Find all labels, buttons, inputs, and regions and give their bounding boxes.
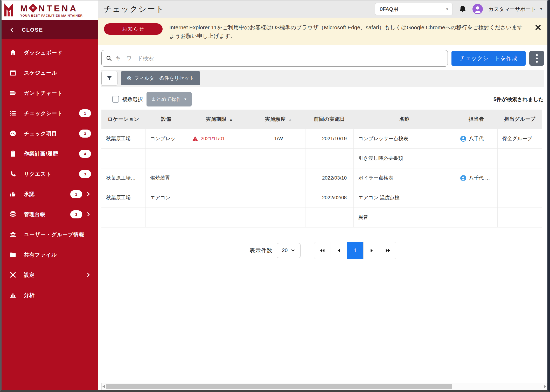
table-row[interactable]: 秋葉原工場 エアコン 2022/02/08 エアコン 温度点検: [101, 188, 542, 208]
brand-tagline: YOUR BEST FACILITIES MAINTAINER: [20, 14, 83, 17]
cell-location: 秋葉原工場: [101, 129, 145, 148]
column-header[interactable]: 実施期限▲: [187, 110, 252, 129]
column-header[interactable]: 担当グループ: [498, 110, 542, 129]
notifications-bell-icon[interactable]: [458, 5, 467, 13]
cell-equipment: [145, 208, 187, 227]
table-row[interactable]: 秋葉原工場 コンプレッ… 2021/11/01 1/W 2021/10/19 コ…: [101, 129, 542, 148]
brand-name: M M NTENA: [20, 4, 83, 13]
count-badge: 3: [79, 130, 91, 138]
create-checksheet-button[interactable]: チェックシートを作成: [451, 51, 526, 66]
cell-group: [498, 208, 542, 227]
pagination-next-button[interactable]: [363, 242, 380, 259]
user-avatar-icon[interactable]: [472, 4, 483, 14]
filter-reset-button[interactable]: ⊗ フィルター条件をリセット: [121, 71, 200, 85]
cell-deadline: [187, 168, 252, 188]
table-row[interactable]: 引き渡し時必要書類: [101, 148, 542, 168]
sidebar-item-label: チェック項目: [24, 130, 57, 137]
sidebar-item[interactable]: 共有ファイル: [2, 245, 98, 265]
cell-deadline: 2021/11/01: [187, 129, 252, 148]
brand-logo: M M NTENA YOUR BEST FACILITIES MAINTAINE…: [2, 1, 98, 20]
sidebar-item[interactable]: 分析: [2, 285, 98, 305]
phone-icon: [9, 170, 17, 177]
home-icon: [9, 49, 17, 56]
multi-select-label: 複数選択: [122, 96, 143, 103]
page-title: チェックシート: [103, 4, 164, 15]
sidebar-item-label: ユーザー・グループ情報: [24, 231, 84, 238]
pagination-page-button[interactable]: 1: [347, 242, 363, 259]
cell-last-done: 2022/02/08: [305, 188, 353, 208]
announcement-text: Internet Explorer 11をご利用中のお客様はOS標準のブラウザ（…: [169, 23, 528, 40]
sidebar-item[interactable]: 管理台帳 3: [2, 204, 98, 224]
cell-group: 保全グループ: [498, 129, 542, 148]
scroll-left-arrow-icon[interactable]: [102, 385, 105, 388]
calendar-icon: [9, 69, 17, 76]
sidebar-item[interactable]: ガントチャート: [2, 83, 98, 103]
cell-assignee: [455, 148, 498, 168]
sidebar-item[interactable]: 作業計画/履歴 4: [2, 144, 98, 164]
close-icon[interactable]: [535, 23, 541, 31]
cell-group: [498, 168, 542, 188]
column-header[interactable]: 前回の実施日: [305, 110, 353, 129]
page-size-value: 20: [282, 247, 288, 253]
multi-select-checkbox[interactable]: [112, 96, 119, 103]
sidebar-item[interactable]: スケジュール: [2, 63, 98, 83]
cell-last-done: [305, 208, 353, 227]
thumbsup-icon: [9, 190, 17, 198]
brand-mark-icon: [4, 2, 19, 18]
sidebar-item[interactable]: ダッシュボード: [2, 42, 98, 63]
sidebar-item[interactable]: 設定: [2, 265, 98, 285]
column-header[interactable]: 名称: [354, 110, 455, 129]
cell-name: エアコン 温度点検: [354, 188, 455, 208]
workspace-select[interactable]: 0FAQ用 ▼: [375, 3, 453, 15]
column-header[interactable]: 担当者: [455, 110, 498, 129]
filter-band: ⊗ フィルター条件をリセット: [101, 70, 544, 87]
cell-frequency: [252, 188, 305, 208]
sidebar-item[interactable]: チェック項目 3: [2, 123, 98, 144]
sidebar-item[interactable]: チェックシート 1: [2, 103, 98, 123]
scrollbar-thumb[interactable]: [106, 384, 452, 389]
tri-right-icon: [369, 248, 374, 253]
cell-group: [498, 188, 542, 208]
cell-deadline: [187, 208, 252, 227]
page-size-select[interactable]: 20: [277, 243, 301, 258]
chevron-right-icon: [86, 272, 91, 277]
checksheet-icon: [9, 110, 17, 117]
sort-asc-icon: ▲: [229, 117, 233, 122]
gantt-icon: [9, 89, 17, 97]
cell-name: 異音: [354, 208, 455, 227]
column-header[interactable]: 設備: [145, 110, 187, 129]
chart-icon: [9, 291, 17, 299]
search-input[interactable]: [115, 55, 443, 61]
user-menu[interactable]: カスタマーサポート: [489, 6, 536, 13]
funnel-icon: [106, 75, 113, 81]
cell-location: [101, 208, 145, 227]
bulk-action-button[interactable]: まとめて操作 ▼: [147, 92, 192, 106]
pagination-prev-button[interactable]: [331, 242, 347, 259]
pagination-last-button[interactable]: [380, 242, 396, 259]
database-icon: [9, 211, 17, 218]
column-header[interactable]: ロケーション: [101, 110, 145, 129]
checksheet-table: ロケーション設備実施期限▲実施頻度▲前回の実施日名称担当者担当グループ 秋葉原工…: [101, 110, 542, 227]
cell-last-done: 2021/10/19: [305, 129, 353, 148]
scroll-right-arrow-icon[interactable]: [544, 385, 546, 388]
column-header[interactable]: 実施頻度▲: [252, 110, 305, 129]
chevron-right-icon: [86, 212, 91, 217]
sidebar-item[interactable]: リクエスト 3: [2, 164, 98, 184]
pagination-first-button[interactable]: [314, 242, 331, 259]
sidebar-close-label: CLOSE: [22, 27, 43, 33]
more-options-kebab-icon[interactable]: [529, 51, 544, 66]
table-row[interactable]: 秋葉原工場… 燃焼装置 2022/03/10 ボイラー点検表 八千代 …: [101, 168, 542, 188]
filter-button[interactable]: [101, 71, 117, 86]
pagination: 表示件数 20 1: [101, 242, 544, 259]
cell-group: [498, 148, 542, 168]
sidebar-item-label: 承認: [24, 191, 35, 198]
sidebar-collapse-button[interactable]: CLOSE: [2, 20, 98, 39]
sidebar-item[interactable]: ユーザー・グループ情報: [2, 224, 98, 245]
sidebar-item[interactable]: 承認 1: [2, 184, 98, 204]
cell-frequency: [252, 168, 305, 188]
horizontal-scrollbar[interactable]: [101, 383, 547, 390]
cell-equipment: コンプレッ…: [145, 129, 187, 148]
table-row[interactable]: 異音: [101, 208, 542, 227]
announcement-badge: お知らせ: [104, 23, 163, 35]
circle-x-icon: ⊗: [127, 75, 131, 81]
